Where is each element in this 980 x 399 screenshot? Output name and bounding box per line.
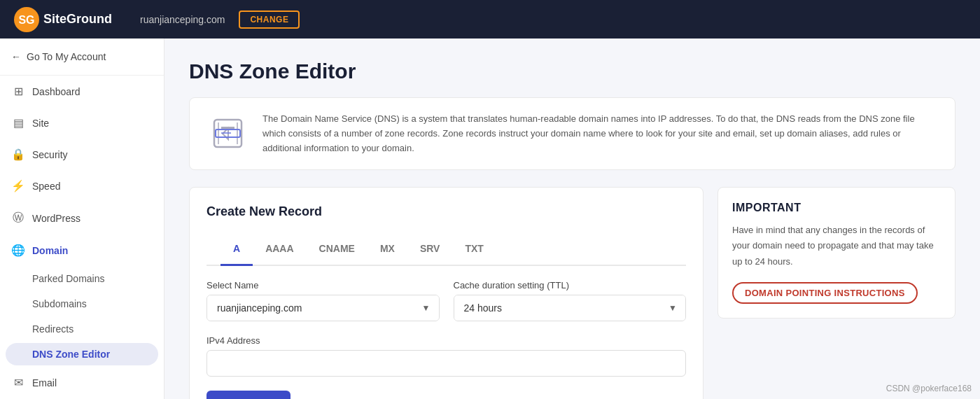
important-box: IMPORTANT Have in mind that any changes … xyxy=(718,187,955,318)
site-icon: ▤ xyxy=(11,116,25,130)
svg-text:SG: SG xyxy=(18,14,34,26)
topbar-domain: ruanjianceping.com xyxy=(140,14,225,25)
sidebar-item-site[interactable]: ▤ Site xyxy=(0,107,164,139)
form-row-name-cache: Select Name ruanjianceping.com ▼ Cache d… xyxy=(206,280,686,321)
info-description: The Domain Name Service (DNS) is a syste… xyxy=(262,112,938,155)
tab-mx[interactable]: MX xyxy=(368,233,407,266)
sidebar-item-speed[interactable]: ⚡ Speed xyxy=(0,170,164,202)
sidebar-item-email[interactable]: ✉ Email xyxy=(0,367,164,398)
sidebar-subitem-dns-zone-editor[interactable]: DNS Zone Editor xyxy=(6,343,158,365)
domain-section: 🌐 Domain Parked Domains Subdomains Redir… xyxy=(0,234,164,367)
email-icon: ✉ xyxy=(11,376,25,389)
sidebar-item-domain-label: Domain xyxy=(32,245,68,256)
ipv4-input[interactable] xyxy=(206,350,686,377)
tab-cname[interactable]: CNAME xyxy=(307,233,368,266)
sidebar-item-site-label: Site xyxy=(32,118,49,129)
sidebar-item-speed-label: Speed xyxy=(32,181,60,192)
sidebar-item-security-label: Security xyxy=(32,149,68,160)
tab-srv[interactable]: SRV xyxy=(407,233,453,266)
domain-icon: 🌐 xyxy=(11,244,25,257)
sidebar-subitem-subdomains[interactable]: Subdomains xyxy=(0,291,164,316)
go-to-account-link[interactable]: ← Go To My Account xyxy=(0,38,164,76)
form-group-select-name: Select Name ruanjianceping.com ▼ xyxy=(206,280,440,321)
tab-txt[interactable]: TXT xyxy=(452,233,496,266)
sidebar-subitem-redirects[interactable]: Redirects xyxy=(0,316,164,342)
sidebar-item-wordpress-label: WordPress xyxy=(32,213,80,224)
change-domain-button[interactable]: CHANGE xyxy=(239,10,300,29)
dns-icon-svg xyxy=(209,114,247,153)
security-icon: 🔒 xyxy=(11,148,25,161)
logo-text: SiteGround xyxy=(43,12,112,27)
form-group-ipv4: IPv4 Address xyxy=(206,335,686,377)
dashboard-icon: ⊞ xyxy=(11,85,25,98)
domain-sub-items: Parked Domains Subdomains Redirects DNS … xyxy=(0,266,164,367)
important-title: IMPORTANT xyxy=(732,202,941,214)
tab-a[interactable]: A xyxy=(220,233,253,266)
create-record-title: Create New Record xyxy=(206,204,686,219)
sidebar-item-email-label: Email xyxy=(32,377,57,388)
select-name-input[interactable]: ruanjianceping.com xyxy=(207,295,439,321)
sidebar-item-security[interactable]: 🔒 Security xyxy=(0,139,164,170)
sidebar-item-dashboard-label: Dashboard xyxy=(32,86,80,97)
form-row-ipv4: IPv4 Address xyxy=(206,335,686,377)
sidebar-item-dashboard[interactable]: ⊞ Dashboard xyxy=(0,76,164,107)
domain-pointing-link[interactable]: DOMAIN POINTING INSTRUCTIONS xyxy=(732,282,918,304)
dns-info-icon xyxy=(206,112,248,154)
topbar: SG SiteGround ruanjianceping.com CHANGE xyxy=(0,0,980,38)
siteground-logo-icon: SG xyxy=(14,7,39,32)
go-to-account-label: Go To My Account xyxy=(27,51,106,62)
info-box: The Domain Name Service (DNS) is a syste… xyxy=(189,97,955,170)
cache-select-input[interactable]: 5 minutes 1 hour 24 hours 1 week xyxy=(454,295,686,321)
select-name-label: Select Name xyxy=(206,280,440,290)
create-form-panel: Create New Record A AAAA CNAME MX SRV TX… xyxy=(189,187,704,399)
cache-label: Cache duration setting (TTL) xyxy=(454,280,687,290)
page-title: DNS Zone Editor xyxy=(189,59,955,83)
record-type-tabs: A AAAA CNAME MX SRV TXT xyxy=(206,233,686,266)
logo: SG SiteGround xyxy=(14,7,112,32)
content-area: DNS Zone Editor The Domain Name Service … xyxy=(164,38,980,399)
watermark: CSDN @pokerface168 xyxy=(886,384,972,393)
sidebar-item-domain[interactable]: 🌐 Domain xyxy=(0,234,164,266)
sidebar-item-wordpress[interactable]: Ⓦ WordPress xyxy=(0,202,164,234)
tab-aaaa[interactable]: AAAA xyxy=(253,233,306,266)
important-text: Have in mind that any changes in the rec… xyxy=(732,223,941,269)
speed-icon: ⚡ xyxy=(11,179,25,192)
form-group-cache: Cache duration setting (TTL) 5 minutes 1… xyxy=(454,280,687,321)
create-record-section: Create New Record A AAAA CNAME MX SRV TX… xyxy=(189,187,955,399)
select-name-wrapper[interactable]: ruanjianceping.com ▼ xyxy=(206,295,440,321)
create-record-button[interactable]: CREATE xyxy=(206,391,290,399)
back-arrow-icon: ← xyxy=(11,51,21,62)
cache-select-wrapper[interactable]: 5 minutes 1 hour 24 hours 1 week ▼ xyxy=(454,295,687,321)
sidebar-subitem-parked-domains[interactable]: Parked Domains xyxy=(0,266,164,291)
sidebar: ← Go To My Account ⊞ Dashboard ▤ Site 🔒 … xyxy=(0,38,164,399)
main-layout: ← Go To My Account ⊞ Dashboard ▤ Site 🔒 … xyxy=(0,38,980,399)
form-body: Create New Record A AAAA CNAME MX SRV TX… xyxy=(190,188,703,399)
important-panel: IMPORTANT Have in mind that any changes … xyxy=(718,187,955,399)
ipv4-label: IPv4 Address xyxy=(206,335,686,346)
wordpress-icon: Ⓦ xyxy=(11,211,25,225)
